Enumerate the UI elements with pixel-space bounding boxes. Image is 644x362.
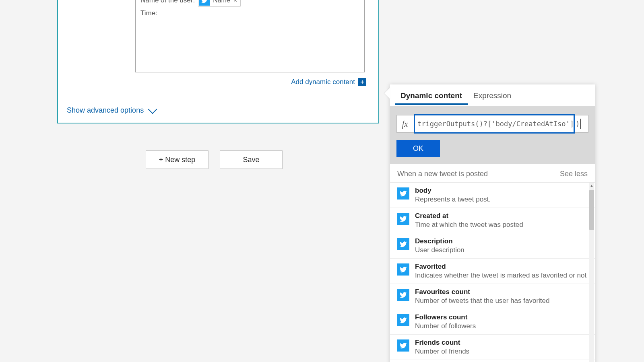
twitter-icon [397, 213, 409, 225]
dynamic-content-item[interactable]: Created atTime at which the tweet was po… [390, 208, 595, 233]
add-dynamic-content-link[interactable]: Add dynamic content [291, 78, 355, 86]
dc-item-desc: Represents a tweet post. [415, 195, 491, 204]
flow-buttons: + New step Save [146, 150, 283, 169]
new-step-button[interactable]: + New step [146, 150, 208, 169]
dc-item-desc: Number of tweets that the user has favor… [415, 297, 550, 305]
save-button[interactable]: Save [220, 150, 283, 169]
dc-item-title: Friends count [415, 339, 469, 347]
token-remove-icon[interactable]: × [233, 0, 237, 4]
expression-value: triggerOutputs()?['body/CreatedAtIso'] [414, 114, 575, 134]
twitter-icon [397, 314, 409, 326]
dc-item-title: Favourites count [415, 288, 550, 296]
tab-dynamic-content[interactable]: Dynamic content [395, 86, 468, 105]
dc-item-title: Created at [415, 212, 523, 220]
expression-input[interactable]: fx triggerOutputs()?['body/CreatedAtIso'… [396, 115, 588, 133]
twitter-icon [397, 238, 409, 250]
dynamic-content-item[interactable]: Favourites countNumber of tweets that th… [390, 284, 595, 309]
twitter-icon [397, 339, 409, 352]
dynamic-content-item[interactable]: DescriptionUser description [390, 233, 595, 259]
twitter-icon [397, 263, 409, 276]
dynamic-content-item[interactable]: in_reply_to_user_idUser Id of the author… [390, 360, 595, 362]
editor-line2-label: Time: [140, 9, 157, 17]
scroll-up-icon[interactable]: ▲ [589, 183, 594, 188]
text-caret-icon [580, 119, 581, 129]
action-card: Name of the user: Name × Time: Add dynam… [57, 0, 379, 123]
dc-item-title: Favorited [415, 263, 586, 271]
trigger-title: When a new tweet is posted [397, 170, 488, 178]
ok-button[interactable]: OK [396, 140, 440, 157]
see-less-link[interactable]: See less [560, 170, 588, 178]
callout-arrow-icon [384, 88, 390, 99]
body-editor[interactable]: Name of the user: Name × Time: [135, 0, 365, 72]
scrollbar[interactable]: ▲ ▼ [589, 183, 594, 362]
add-dynamic-content-plus-icon[interactable]: + [358, 78, 366, 86]
expression-tail: ) [576, 120, 580, 128]
editor-line1-label: Name of the user: [140, 0, 195, 4]
dynamic-content-popover: Dynamic content Expression fx triggerOut… [390, 84, 595, 362]
dc-item-desc: Time at which the tweet was posted [415, 221, 523, 229]
dc-item-title: Followers count [415, 313, 476, 321]
twitter-icon [397, 187, 409, 200]
dc-item-desc: User description [415, 246, 464, 254]
token-name-label: Name [213, 0, 230, 4]
dc-item-title: body [415, 187, 491, 195]
fx-icon: fx [397, 119, 413, 129]
token-name[interactable]: Name × [198, 0, 241, 7]
dc-item-desc: Number of friends [415, 348, 469, 356]
dynamic-content-list: bodyRepresents a tweet post.Created atTi… [390, 183, 595, 362]
popover-tabs: Dynamic content Expression [390, 84, 595, 106]
scroll-thumb[interactable] [589, 190, 594, 230]
chevron-down-icon [148, 105, 157, 114]
twitter-icon [199, 0, 210, 6]
dynamic-content-item[interactable]: Followers countNumber of followers [390, 309, 595, 335]
trigger-heading: When a new tweet is posted See less [390, 164, 595, 183]
show-advanced-options-link[interactable]: Show advanced options [67, 106, 378, 115]
dc-item-desc: Number of followers [415, 322, 476, 330]
dynamic-content-item[interactable]: FavoritedIndicates whether the tweet is … [390, 259, 595, 284]
expression-panel: fx triggerOutputs()?['body/CreatedAtIso'… [390, 106, 595, 164]
show-advanced-label: Show advanced options [67, 106, 144, 115]
dynamic-content-item[interactable]: Friends countNumber of friends [390, 335, 595, 360]
tab-expression[interactable]: Expression [468, 86, 517, 105]
dc-item-title: Description [415, 237, 464, 245]
dc-item-desc: Indicates whether the tweet is marked as… [415, 272, 586, 280]
twitter-icon [397, 289, 409, 301]
dynamic-content-item[interactable]: bodyRepresents a tweet post. [390, 183, 595, 208]
